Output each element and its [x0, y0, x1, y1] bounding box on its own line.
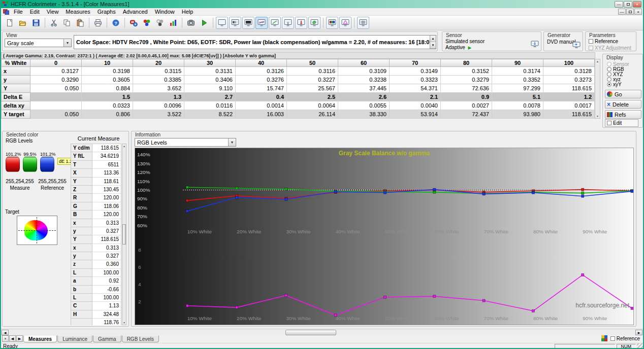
sensor-start-icon[interactable]: ▶	[468, 45, 471, 50]
measure-cell[interactable]: 93.980	[492, 110, 543, 119]
menu-item-graphs[interactable]: Graphs	[94, 8, 119, 16]
col-header-30[interactable]: 30	[184, 59, 236, 67]
measure-cell[interactable]: 16.003	[236, 110, 287, 119]
measure-cell[interactable]: 97.299	[492, 84, 543, 93]
measure-cell[interactable]: 0.3385	[133, 76, 184, 84]
measure-cell[interactable]: 53.914	[390, 110, 441, 119]
measure-cell[interactable]: 72.437	[441, 110, 492, 119]
measure-cell[interactable]: 0.3276	[236, 76, 287, 84]
view-primaries-button[interactable]	[339, 17, 351, 29]
measure-cell[interactable]: 0.3127	[30, 67, 82, 76]
col-header-40[interactable]: 40	[236, 59, 287, 67]
measure-cell[interactable]: 3.652	[133, 84, 184, 93]
maximize-button[interactable]	[624, 1, 632, 8]
chevron-down-icon[interactable]: ▼	[63, 39, 71, 47]
menu-item-view[interactable]: View	[43, 8, 62, 16]
menu-item-window[interactable]: Window	[151, 8, 178, 16]
measure-cell[interactable]: 9.110	[184, 84, 236, 93]
measure-cell[interactable]: 0.0040	[390, 101, 441, 110]
measure-cell[interactable]: 0.3198	[82, 67, 133, 76]
measure-cell[interactable]: 0.0116	[184, 101, 236, 110]
col-header-100[interactable]: 100	[543, 59, 595, 67]
palette-icon[interactable]	[601, 335, 607, 341]
menu-item-edit[interactable]: Edit	[26, 8, 43, 16]
measure-cell[interactable]: 0.0014	[236, 101, 287, 110]
measure-cell[interactable]: 0.3128	[543, 67, 595, 76]
measure-cell[interactable]: 1.5	[82, 93, 133, 101]
radio-xyy[interactable]: xyY	[607, 82, 622, 87]
copy-button[interactable]	[61, 17, 73, 29]
chevron-down-icon[interactable]: ▼	[228, 138, 236, 146]
measure-cell[interactable]: 37.445	[338, 84, 390, 93]
measure-cell[interactable]: 118.615	[543, 110, 595, 119]
tab-luminance[interactable]: Luminance	[57, 335, 92, 342]
measure-cell[interactable]: 72.636	[441, 84, 492, 93]
delete-button[interactable]: ×Delete	[605, 100, 641, 109]
measure-cell[interactable]: 0.0055	[338, 101, 390, 110]
refs-button[interactable]: Refs	[605, 110, 641, 119]
mdi-close-button[interactable]: ×	[634, 9, 642, 15]
measure-cell[interactable]: 0.3115	[133, 67, 184, 76]
scroll-up-icon[interactable]: ▲	[123, 145, 125, 148]
measure-cell[interactable]: 0.0027	[441, 101, 492, 110]
measure-cell[interactable]: 0.3279	[441, 76, 492, 84]
measure-cell[interactable]: 0.806	[82, 110, 133, 119]
play-button[interactable]	[198, 17, 210, 29]
reference-checkbox[interactable]: Reference	[589, 39, 618, 44]
minimize-button[interactable]: —	[615, 1, 623, 8]
view-saturation-button[interactable]	[326, 17, 338, 29]
new-button[interactable]	[4, 17, 16, 29]
horizontal-scrollbar[interactable]: ◀ ▶	[1, 329, 643, 335]
tab-rgb-levels[interactable]: RGB Levels	[122, 335, 159, 342]
measure-cell[interactable]: 0.3273	[543, 76, 595, 84]
edit-checkbox[interactable]: Edit	[605, 119, 638, 127]
measure-cell[interactable]: 0.3149	[390, 67, 441, 76]
measure-cell[interactable]	[30, 101, 82, 110]
measure-cell[interactable]: 0.3406	[184, 76, 236, 84]
view-temperature-button[interactable]	[295, 17, 307, 29]
col-header-90[interactable]: 90	[492, 59, 543, 67]
menu-item-file[interactable]: File	[10, 8, 26, 16]
view-nearblack-button[interactable]	[242, 17, 254, 29]
gray-scale-balance-chart[interactable]: Gray Scale Balance w/o gamma140%130%120%…	[135, 148, 634, 325]
spinner-down-icon[interactable]: ▼	[430, 42, 436, 49]
generator-config-icon[interactable]	[572, 41, 581, 49]
col-header-50[interactable]: 50	[287, 59, 338, 67]
scroll-thumb[interactable]	[122, 224, 126, 245]
menu-item-measures[interactable]: Measures	[62, 8, 93, 16]
measure-cell[interactable]: 0.9	[441, 93, 492, 101]
print-button[interactable]	[92, 17, 104, 29]
measure-cell[interactable]	[30, 93, 82, 101]
measure-cell[interactable]: 2.5	[287, 93, 338, 101]
measure-cell[interactable]: 1.3	[133, 93, 184, 101]
sensor-settings-button[interactable]	[127, 17, 140, 29]
measure-cell[interactable]: 0.3323	[390, 76, 441, 84]
cut-button[interactable]	[48, 17, 60, 29]
mdi-restore-button[interactable]	[626, 9, 634, 15]
measure-cell[interactable]: 0.3290	[30, 76, 82, 84]
open-button[interactable]	[17, 17, 29, 29]
paste-button[interactable]	[74, 17, 86, 29]
measure-cell[interactable]: 0.4	[236, 93, 287, 101]
measure-cell[interactable]: 0.3152	[441, 67, 492, 76]
measure-cell[interactable]: 0.884	[82, 84, 133, 93]
view-free-button[interactable]	[216, 17, 228, 29]
table-scrollbar[interactable]: ▲ ▼	[595, 59, 600, 119]
scroll-right-icon[interactable]: ▶	[635, 330, 642, 335]
measure-levels-button[interactable]	[167, 17, 179, 29]
resize-grip[interactable]	[637, 343, 643, 349]
measure-cell[interactable]: 0.3116	[287, 67, 338, 76]
measure-grayscale-button[interactable]	[154, 17, 166, 29]
view-luminance-button[interactable]	[269, 17, 281, 29]
xyz-adjustment-checkbox[interactable]: XYZ Adjustment	[589, 45, 631, 51]
view-rgb-levels-button[interactable]	[255, 17, 268, 29]
measure-cell[interactable]: 0.0323	[82, 101, 133, 110]
col-header-10[interactable]: 10	[82, 59, 133, 67]
current-measure-scrollbar[interactable]: ▲ ▼	[122, 144, 126, 325]
measure-cell[interactable]: 0.3605	[82, 76, 133, 84]
tab-measures[interactable]: Measures	[23, 335, 57, 342]
col-header-80[interactable]: 80	[441, 59, 492, 67]
measure-cell[interactable]: 0.3126	[236, 67, 287, 76]
tab-gamma[interactable]: Gamma	[93, 335, 121, 342]
reference-bottom-checkbox[interactable]: Reference	[610, 336, 640, 341]
